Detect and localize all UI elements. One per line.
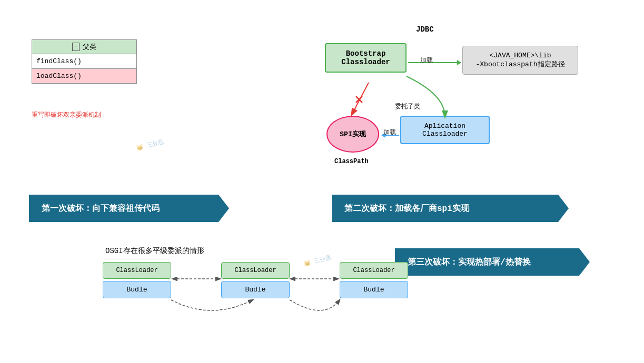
svg-line-1 [356,96,362,103]
classloader-1-top: ClassLoader [103,262,171,279]
main-canvas: − 父类 findClass() loadClass() 重写即破坏双亲委派机制… [0,0,644,363]
app-classloader-box: AplicationClassloader [400,116,490,144]
spi-ellipse: SPI实现 [326,116,379,153]
uml-collapse-icon: − [72,43,80,51]
svg-line-2 [356,96,362,103]
banner-third: 第三次破坏：实现热部署/热替换 [395,248,590,276]
classloader-group-1: ClassLoader Budle [103,262,171,298]
uml-row2: loadClass() [32,69,136,83]
banner-first: 第一次破坏：向下兼容祖传代码 [29,195,229,222]
java-home-box: <JAVA_HOME>\lib-Xbootclasspath指定路径 [462,46,578,75]
uml-table: − 父类 findClass() loadClass() [32,39,137,84]
watermark-2: 🐱 三分恶 [303,253,332,268]
arrow-bootstrap-to-java [408,62,461,63]
classloader-2-bottom: Budle [221,281,290,298]
uml-header: − 父类 [32,40,136,54]
classloader-2-top: ClassLoader [221,262,290,279]
classloader-group-2: ClassLoader Budle [221,262,290,298]
uml-header-text: 父类 [83,42,96,52]
classloader-3-top: ClassLoader [340,262,408,279]
classloader-group-3: ClassLoader Budle [340,262,408,298]
osgi-label: OSGI存在很多平级委派的情形 [105,246,204,256]
uml-warning: 重写即破坏双亲委派机制 [32,110,101,119]
jdbc-title: JDBC [416,25,434,34]
classpath-label: ClassPath [334,158,369,165]
uml-row1: findClass() [32,54,136,69]
load-label-1: 加载 [420,56,433,65]
classloader-1-bottom: Budle [103,281,171,298]
watermark-1: 🐱 三分恶 [135,137,165,152]
weituo-label: 委托子类 [395,102,420,111]
classloader-3-bottom: Budle [340,281,408,298]
bootstrap-classloader-box: BootstrapClassloader [325,43,407,73]
svg-line-0 [352,83,369,115]
banner-second: 第二次破坏：加载各厂商spi实现 [332,195,569,222]
load-label-2: 加载 [383,128,396,137]
